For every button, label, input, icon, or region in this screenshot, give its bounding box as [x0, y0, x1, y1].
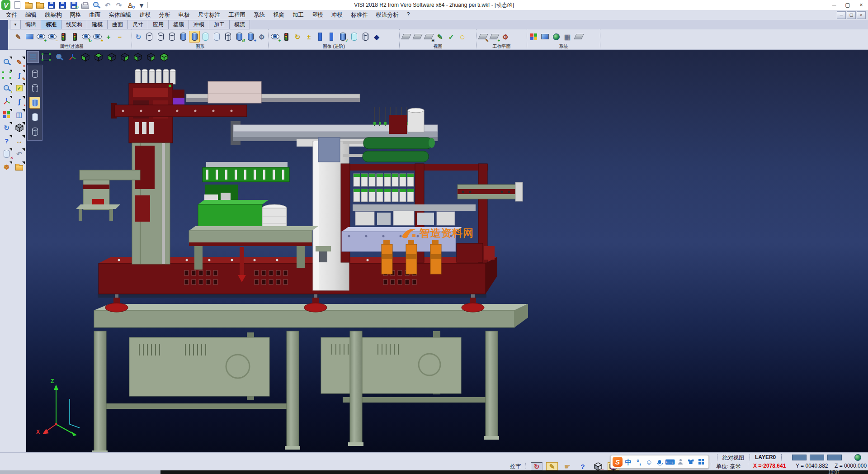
transparent-shade-icon[interactable]	[349, 31, 359, 43]
tab-selected[interactable]: 标准	[41, 20, 61, 29]
status-wand-icon[interactable]: ✎	[546, 462, 558, 470]
menu-item[interactable]: 模流分析	[372, 10, 403, 20]
ime-emoji-icon[interactable]: ☺	[645, 457, 654, 467]
mdi-restore-button[interactable]: ▢	[847, 11, 856, 19]
ime-skin-icon[interactable]	[686, 457, 695, 467]
filter-traffic-alt-icon[interactable]	[69, 31, 80, 43]
ime-toolbox-icon[interactable]	[697, 457, 706, 467]
menu-item[interactable]: 建模	[136, 10, 155, 20]
erase-sketch-icon[interactable]: ✎×	[14, 56, 25, 68]
minimize-button[interactable]: ─	[827, 0, 841, 10]
axis-view-icon[interactable]	[66, 51, 78, 63]
menu-item[interactable]: 电极	[175, 10, 194, 20]
toggle-visibility-icon[interactable]: ±	[92, 31, 103, 43]
viewport-3d[interactable]: Z X 智造资料网	[26, 50, 868, 452]
undo-icon[interactable]: ↶	[103, 1, 112, 9]
save-icon[interactable]	[47, 1, 56, 9]
system-perspective-icon[interactable]	[573, 31, 584, 43]
ime-mic-icon[interactable]	[655, 457, 664, 467]
advanced-traffic-icon[interactable]	[281, 31, 292, 43]
layer-indicator[interactable]: LAYER0	[755, 454, 776, 460]
view-iso-icon[interactable]	[158, 51, 170, 63]
filter-traffic-icon[interactable]	[58, 31, 69, 43]
search-entities-icon[interactable]	[1, 56, 13, 68]
ime-account-icon[interactable]	[676, 457, 685, 467]
tab-item[interactable]: 加工	[209, 20, 230, 29]
open-part-icon[interactable]: ▫	[35, 1, 44, 9]
menu-item[interactable]: 分析	[155, 10, 175, 20]
show-entities-icon[interactable]: +	[35, 31, 46, 43]
view-planes-icon[interactable]	[412, 31, 423, 43]
menu-item[interactable]: 线架构	[41, 10, 66, 20]
view-back-icon[interactable]	[145, 51, 157, 63]
ime-keyboard-icon[interactable]: ⌨	[665, 457, 675, 467]
menu-item[interactable]: 文件	[2, 10, 21, 20]
tab-item[interactable]: 曲面	[108, 20, 128, 29]
system-globe-icon[interactable]	[551, 31, 561, 43]
hide-entities-icon[interactable]: −	[47, 31, 57, 43]
menu-item[interactable]: 加工	[288, 10, 308, 20]
mdi-close-button[interactable]: ×	[857, 11, 866, 19]
style-wireframe-icon[interactable]	[29, 68, 40, 80]
wire-shade-icon[interactable]	[360, 31, 371, 43]
tab-item[interactable]: 尺寸	[128, 20, 148, 29]
advanced-plusminus-icon[interactable]: ±	[303, 31, 314, 43]
restart-session-icon[interactable]: ♙↻	[126, 1, 135, 9]
open-file-icon[interactable]	[24, 1, 33, 9]
wheel-icon[interactable]: ☸	[1, 161, 13, 173]
maximize-button[interactable]: ▢	[841, 0, 854, 10]
clip-plane-icon[interactable]	[315, 31, 326, 43]
menu-item[interactable]: 实体编辑	[105, 10, 136, 20]
layer-palette-icon[interactable]	[1, 109, 13, 120]
view-name-indicator[interactable]: 绝对视图	[722, 454, 744, 462]
ime-lang-icon[interactable]: 中	[624, 457, 633, 467]
view-left-icon[interactable]	[106, 51, 118, 63]
cylinder-outline2-icon[interactable]	[156, 31, 166, 43]
selection-box-icon[interactable]	[1, 69, 13, 81]
zoom-view-icon[interactable]	[53, 51, 65, 63]
close-button[interactable]: ×	[854, 0, 868, 10]
system-matrix-icon[interactable]: ▦	[562, 31, 573, 43]
measure-icon[interactable]: ↔	[14, 135, 25, 147]
status-snap-icon[interactable]: ☛	[561, 462, 573, 470]
help-icon[interactable]: ?	[1, 135, 13, 147]
tab-item[interactable]: 线架构	[61, 20, 87, 29]
tab-item[interactable]: 模流	[230, 20, 250, 29]
regen-icon[interactable]: ↻	[1, 122, 13, 133]
add-to-view-icon[interactable]: +	[103, 31, 114, 43]
status-import-icon[interactable]: →	[592, 462, 604, 470]
save-as-icon[interactable]: ▫	[58, 1, 67, 9]
system-monitor-icon[interactable]	[539, 31, 550, 43]
image-mask-icon[interactable]	[24, 31, 35, 43]
cylinder-outline-icon[interactable]	[144, 31, 155, 43]
graphics-settings-icon[interactable]: ⚙	[256, 31, 267, 43]
tab-dropdown-icon[interactable]: ▼	[10, 20, 21, 29]
cylinder-transparent-icon[interactable]	[200, 31, 211, 43]
menu-item[interactable]: 塑模	[308, 10, 327, 20]
window-pane-icon[interactable]: ◫	[14, 109, 25, 120]
validate-icon[interactable]: ✓	[14, 82, 25, 94]
ime-punct-icon[interactable]: °,	[634, 457, 643, 467]
view-front-icon[interactable]	[132, 51, 144, 63]
style-shaded-edges-icon[interactable]	[29, 111, 40, 123]
validate-shade-icon[interactable]: ✓	[337, 31, 348, 43]
new-file-icon[interactable]	[13, 1, 22, 9]
print-icon[interactable]	[80, 1, 90, 9]
delete-icon[interactable]: ×	[1, 148, 13, 160]
style-shaded-icon[interactable]	[29, 97, 40, 109]
menu-item[interactable]: 冲模	[327, 10, 347, 20]
refresh-graphics-icon[interactable]: ↻	[133, 31, 144, 43]
cylinder-shaded-icon[interactable]	[189, 31, 200, 43]
tab-item[interactable]: 冲模	[189, 20, 209, 29]
ime-logo-icon[interactable]: S	[613, 457, 623, 467]
solid-cube-icon[interactable]	[14, 122, 25, 133]
zoom-select-icon[interactable]: +	[1, 82, 13, 94]
fit-view-icon[interactable]	[40, 51, 52, 63]
view-dynamic-icon[interactable]: ✓	[446, 31, 457, 43]
advanced-refresh-icon[interactable]: ↻	[292, 31, 303, 43]
tab-item[interactable]: 塑膜	[169, 20, 189, 29]
tab-item[interactable]: 应用	[148, 20, 169, 29]
menu-item[interactable]: 系统	[250, 10, 269, 20]
view-plane-icon[interactable]	[401, 31, 411, 43]
tab-item[interactable]: 编辑	[21, 20, 41, 29]
